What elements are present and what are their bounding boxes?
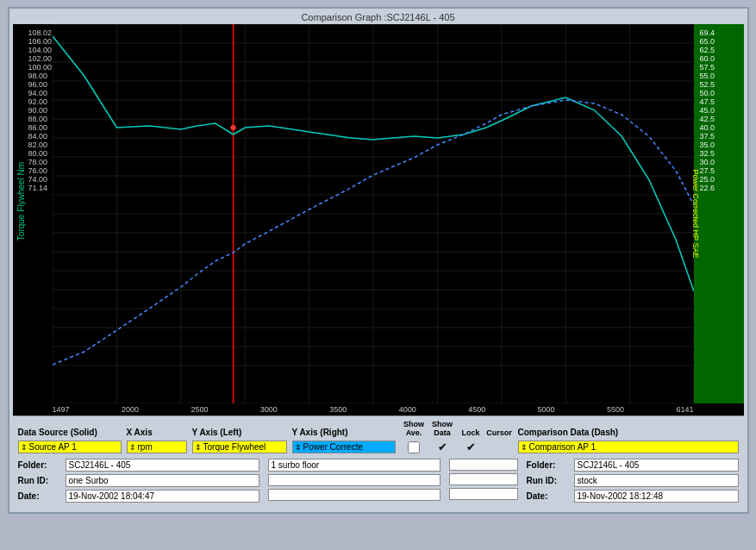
- y-tick: 80.00: [28, 150, 50, 158]
- x-tick: 6141: [676, 405, 693, 414]
- y-tick: 88.00: [28, 116, 50, 123]
- info-detail-row: Folder: SCJ2146L - 405 Run ID: one Surbo…: [18, 459, 739, 505]
- y-tick: 92.00: [28, 98, 50, 106]
- y-tick: 96.00: [28, 81, 50, 89]
- y-tick-right: 40.0: [700, 124, 744, 132]
- lock-check: ✔: [466, 441, 476, 453]
- x-axis-value: rpm: [138, 442, 153, 452]
- y-tick-right: 55.0: [700, 72, 744, 80]
- comparison-value: Comparison AP 1: [529, 442, 597, 452]
- x-tick: 3500: [329, 405, 347, 414]
- runid-label-right: Run ID:: [527, 476, 574, 485]
- y-left-value: Torque Flywheel: [203, 442, 266, 452]
- y-tick-right: 25.0: [700, 176, 744, 184]
- note-value: 1 surbo floor: [268, 459, 440, 472]
- select-arrow-icon: ⇕: [195, 443, 202, 452]
- source-value: Source AP 1: [29, 442, 77, 452]
- y-tick: 106.00: [28, 38, 50, 46]
- select-arrow-icon: ⇕: [521, 443, 528, 452]
- date-field-left: Date: 19-Nov-2002 18:04:47: [18, 490, 259, 503]
- y-tick: 98.00: [28, 72, 50, 80]
- y-tick: 90.00: [28, 107, 50, 115]
- folder-field-left: Folder: SCJ2146L - 405: [18, 459, 259, 472]
- runid-field-right: Run ID: stock: [527, 474, 739, 487]
- empty-field-2: [268, 489, 440, 501]
- y-axis-left-label: Torque Flywheel Nm: [16, 162, 26, 241]
- folder-label-right: Folder:: [527, 460, 574, 470]
- comparison-select[interactable]: ⇕ Comparison AP 1: [518, 441, 739, 453]
- select-arrow-icon: ⇕: [21, 443, 28, 452]
- y-tick: 104.00: [28, 47, 50, 54]
- empty-value-2: [268, 489, 440, 501]
- note-field: 1 surbo floor: [268, 459, 440, 472]
- data-source-select[interactable]: ⇕ Source AP 1: [18, 441, 122, 453]
- folder-field-right: Folder: SCJ2146L - 405: [527, 459, 739, 472]
- x-tick: 2500: [191, 405, 208, 414]
- folder-label-left: Folder:: [18, 460, 66, 470]
- y-axis-right-label: Power Corrected HP SAE: [691, 170, 700, 259]
- date-value-right: 19-Nov-2002 18:12:48: [574, 490, 739, 503]
- y-axis-left-select[interactable]: ⇕ Torque Flywheel: [192, 441, 287, 453]
- empty-value-1: [268, 474, 440, 486]
- date-value-left: 19-Nov-2002 18:04:47: [66, 490, 259, 503]
- show-ave-label: Show Ave.: [401, 420, 428, 437]
- y-tick-right: 60.0: [700, 55, 744, 63]
- y-axis-left-header: Y Axis (Left): [192, 428, 287, 437]
- empty-value-4: [449, 473, 518, 485]
- x-axis-header: X Axis: [127, 428, 187, 437]
- y-tick-right: 57.5: [700, 64, 744, 72]
- show-ave-checkbox[interactable]: [408, 441, 420, 453]
- chart-title: Comparison Graph :SCJ2146L - 405: [13, 12, 744, 22]
- y-tick-right: 37.5: [700, 133, 744, 141]
- svg-point-32: [230, 125, 235, 130]
- show-data-check: ✔: [438, 441, 447, 453]
- x-tick: 4000: [399, 405, 416, 414]
- y-tick: 82.00: [28, 141, 50, 149]
- y-tick-right: 52.5: [700, 81, 744, 89]
- folder-value-right: SCJ2146L - 405: [574, 459, 739, 472]
- chart-area: Torque Flywheel Nm 108.02 106.00 104.00 …: [13, 24, 744, 403]
- y-tick-right: 45.0: [700, 107, 744, 115]
- y-tick: 78.00: [28, 159, 50, 166]
- detail-middle: 1 surbo floor: [268, 459, 440, 505]
- y-tick-right: 62.5: [700, 47, 744, 54]
- y-tick-right: 42.5: [700, 116, 744, 123]
- detail-right: Folder: SCJ2146L - 405 Run ID: stock Dat…: [527, 459, 739, 505]
- empty-value-3: [449, 459, 518, 471]
- y-tick: 71.14: [28, 184, 50, 192]
- cursor-label: Cursor: [486, 428, 513, 437]
- date-label-right: Date:: [527, 491, 574, 501]
- select-arrow-icon: ⇕: [295, 443, 302, 452]
- y-axis-right-select[interactable]: ⇕ Power Correcte: [292, 441, 396, 453]
- data-source-header: Data Source (Solid): [18, 428, 122, 437]
- y-tick: 74.00: [28, 176, 50, 184]
- y-tick-right: 27.5: [700, 167, 744, 175]
- date-label-left: Date:: [18, 491, 66, 501]
- x-tick: 5000: [538, 405, 555, 414]
- x-tick: 3000: [260, 405, 278, 414]
- info-select-row: ⇕ Source AP 1 ⇕ rpm ⇕ Torque Flywheel ⇕ …: [18, 441, 739, 453]
- y-tick: 102.00: [28, 55, 50, 63]
- y-tick: 76.00: [28, 167, 50, 175]
- x-tick: 2000: [122, 405, 139, 414]
- runid-label-left: Run ID:: [18, 476, 66, 485]
- comparison-header: Comparison Data (Dash): [518, 428, 739, 437]
- x-tick: 4500: [468, 405, 485, 414]
- empty-value-5: [449, 488, 518, 500]
- y-tick-right: 32.5: [700, 150, 744, 158]
- y-tick: 94.00: [28, 90, 50, 97]
- y-tick: 84.00: [28, 133, 50, 141]
- y-tick: 86.00: [28, 124, 50, 132]
- y-tick: 108.02: [28, 29, 50, 37]
- select-arrow-icon: ⇕: [129, 443, 136, 452]
- x-axis: 1497 2000 2500 3000 3500 4000 4500 5000 …: [13, 403, 744, 416]
- y-axis-right-header: Y Axis (Right): [292, 428, 396, 437]
- chart-inner: [53, 24, 694, 403]
- y-axis-left: Torque Flywheel Nm 108.02 106.00 104.00 …: [13, 24, 53, 403]
- y-tick-right: 50.0: [700, 90, 744, 97]
- x-tick: 1497: [53, 405, 70, 414]
- x-axis-select[interactable]: ⇕ rpm: [127, 441, 187, 453]
- info-header-row: Data Source (Solid) X Axis Y Axis (Left)…: [18, 420, 739, 437]
- y-tick: 100.00: [28, 64, 50, 72]
- runid-field-left: Run ID: one Surbo: [18, 474, 259, 487]
